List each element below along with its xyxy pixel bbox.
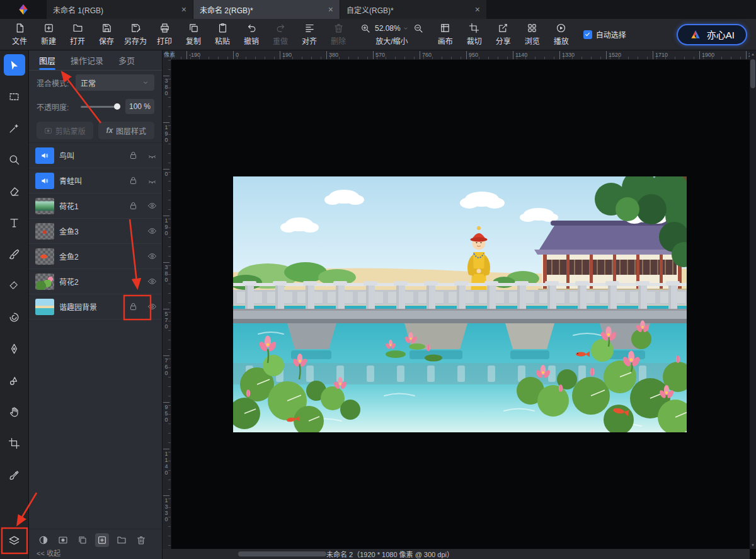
zoom-tool[interactable] xyxy=(4,149,25,170)
yixin-ai-label: 亦心AI xyxy=(707,28,735,41)
tab-close-icon[interactable]: × xyxy=(328,5,333,14)
vertical-scrollbar-thumb[interactable] xyxy=(750,59,755,88)
opacity-value[interactable]: 100 % xyxy=(125,99,154,114)
smudge-tool[interactable] xyxy=(4,306,25,328)
file-button[interactable]: 文件 xyxy=(5,20,34,50)
art-brush-tool[interactable] xyxy=(4,464,25,485)
layer-row[interactable]: 金鱼2 xyxy=(29,244,162,269)
duplicate-layer-button[interactable] xyxy=(76,533,89,547)
layer-row[interactable]: 金鱼3 xyxy=(29,219,162,244)
marquee-select-tool[interactable] xyxy=(4,86,25,107)
document-tab[interactable]: 自定义(RGB)*× xyxy=(340,0,487,19)
layer-lock-icon[interactable] xyxy=(129,201,138,210)
align-button[interactable]: 对齐 xyxy=(295,20,324,50)
move-tool[interactable] xyxy=(4,54,25,76)
auto-select-checkbox[interactable]: 自动选择 xyxy=(583,29,626,40)
redo-button[interactable]: 重做 xyxy=(266,20,295,50)
opacity-slider[interactable] xyxy=(81,102,120,111)
trash-button[interactable]: 删除 xyxy=(324,20,353,50)
collapse-panel-button[interactable]: << 收起 xyxy=(37,548,60,558)
delete-layer-button[interactable] xyxy=(134,533,148,547)
tab-pages[interactable]: 多页 xyxy=(118,50,135,70)
spray-tool[interactable] xyxy=(4,275,25,296)
layer-row[interactable]: 青蛙叫 xyxy=(29,168,162,193)
vruler-label: 570 xyxy=(163,309,169,330)
blend-mode-select[interactable]: 正常 xyxy=(76,74,154,91)
crop-tool[interactable] xyxy=(4,432,25,454)
layers-toggle[interactable] xyxy=(4,530,25,551)
browse-button[interactable]: 浏览 xyxy=(518,20,547,50)
canvas-artwork[interactable] xyxy=(233,176,687,432)
eraser-tool[interactable] xyxy=(4,180,25,202)
layer-row[interactable]: 荷花1 xyxy=(29,193,162,219)
horizontal-scrollbar-thumb[interactable] xyxy=(238,551,326,556)
tab-history[interactable]: 操作记录 xyxy=(71,50,103,70)
undo-button[interactable]: 撤销 xyxy=(237,20,266,50)
layer-controls xyxy=(129,251,157,261)
scroll-up-arrow[interactable]: ▲ xyxy=(750,50,756,58)
share-button[interactable]: 分享 xyxy=(489,20,518,50)
layer-mask-button[interactable] xyxy=(56,533,70,547)
new-group-button[interactable] xyxy=(115,533,129,547)
clip-mask-button[interactable]: 剪贴蒙版 xyxy=(37,122,93,139)
document-tab[interactable]: 未命名 1(RGB)× xyxy=(47,0,193,19)
layer-name: 金鱼3 xyxy=(59,226,123,236)
tab-layers[interactable]: 图层 xyxy=(39,50,55,70)
document-info: 未命名 2（1920 * 1080 像素 @ 300 dpi） xyxy=(326,549,454,559)
canvas-button[interactable]: 画布 xyxy=(431,20,460,50)
print-button[interactable]: 打印 xyxy=(150,20,179,50)
new-layer-button[interactable] xyxy=(95,533,109,547)
layer-row[interactable]: 荷花2 xyxy=(29,269,162,294)
vruler-label: 190 xyxy=(163,122,169,143)
saveas-button[interactable]: 另存为 xyxy=(121,20,150,50)
opacity-slider-knob[interactable] xyxy=(114,103,120,110)
layer-visibility-eye-icon[interactable] xyxy=(147,226,157,236)
layer-hidden-eye-icon[interactable] xyxy=(147,176,157,185)
layer-lock-icon[interactable] xyxy=(129,302,138,311)
new-button[interactable]: 新建 xyxy=(34,20,63,50)
scroll-down-arrow[interactable]: ▼ xyxy=(750,541,756,549)
layer-row[interactable]: 谐趣园背景 xyxy=(29,294,162,320)
layer-visibility-eye-icon[interactable] xyxy=(147,277,157,286)
zoom-out-icon[interactable] xyxy=(413,23,423,33)
delete-layer-button-icon xyxy=(136,535,146,545)
zoom-level-dropdown[interactable]: 52.08% xyxy=(375,24,409,33)
toolbar-left-group: 文件新建打开保存另存为打印复制粘贴撤销重做对齐删除 xyxy=(5,20,353,50)
toolbar-button-label: 撤销 xyxy=(244,35,259,46)
magic-select-tool[interactable] xyxy=(4,117,25,139)
document-tab[interactable]: 未命名 2(RGB)*× xyxy=(193,0,340,19)
pen-tool[interactable] xyxy=(4,338,25,359)
layer-lock-icon[interactable] xyxy=(129,176,138,185)
toolbar-button-label: 重做 xyxy=(273,35,288,46)
shape-tool[interactable] xyxy=(4,369,25,391)
eraser-tool-icon xyxy=(8,185,20,197)
document-tabbar: 未命名 1(RGB)×未命名 2(RGB)*×自定义(RGB)*× xyxy=(0,0,756,19)
brush-tool[interactable] xyxy=(4,243,25,265)
adjustment-layer-button[interactable] xyxy=(37,533,50,547)
layer-visibility-eye-icon[interactable] xyxy=(147,251,157,261)
layer-row[interactable]: 鸟叫 xyxy=(29,143,162,168)
layer-style-button[interactable]: fx 图层样式 xyxy=(98,122,155,139)
layer-visibility-eye-icon[interactable] xyxy=(147,201,157,210)
main-area: 图层 操作记录 多页 混合模式: 正常 不透明度: 100 % 剪贴蒙版 xyxy=(0,50,756,559)
tools-sidebar xyxy=(0,50,29,559)
open-button[interactable]: 打开 xyxy=(63,20,92,50)
hand-tool[interactable] xyxy=(4,401,25,422)
save-button[interactable]: 保存 xyxy=(92,20,121,50)
layer-hidden-eye-icon[interactable] xyxy=(147,151,157,160)
layer-thumbnail xyxy=(35,198,54,214)
play-button[interactable]: 播放 xyxy=(547,20,576,50)
tab-close-icon[interactable]: × xyxy=(181,5,186,14)
yixin-ai-button[interactable]: 亦心AI xyxy=(677,24,747,45)
copy-button[interactable]: 复制 xyxy=(179,20,208,50)
layer-lock-icon[interactable] xyxy=(129,151,138,160)
paste-button[interactable]: 粘贴 xyxy=(208,20,237,50)
zoom-in-icon[interactable] xyxy=(360,23,370,33)
print-icon xyxy=(159,23,170,33)
crop-button[interactable]: 裁切 xyxy=(460,20,489,50)
text-tool[interactable] xyxy=(4,212,25,233)
layer-visibility-eye-icon[interactable] xyxy=(147,302,157,311)
tab-close-icon[interactable]: × xyxy=(475,5,480,14)
vertical-scrollbar[interactable]: ▲ ▼ xyxy=(750,50,756,549)
layer-name: 荷花1 xyxy=(59,200,123,211)
